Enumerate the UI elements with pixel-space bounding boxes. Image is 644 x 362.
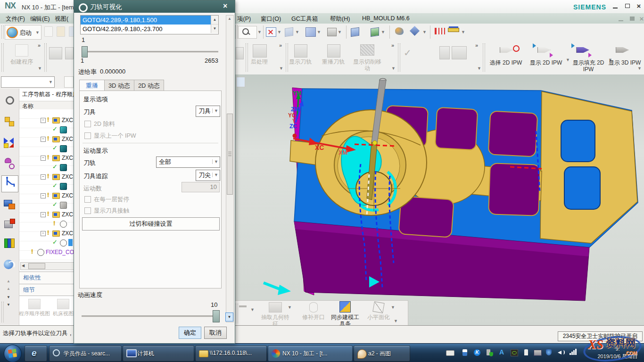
select-2d-ipw-label[interactable]: 选择 2D IPW bbox=[486, 59, 526, 66]
part-navigator-icon[interactable] bbox=[3, 156, 16, 170]
scrollbar-down-button[interactable]: ▼ bbox=[225, 313, 233, 321]
taskbar-clock[interactable]: 9: 2019/10/6 星期日 bbox=[593, 345, 642, 361]
replay-toolpath-label[interactable]: 重播刀轨 bbox=[320, 58, 347, 65]
tree-child-row[interactable]: ✓ bbox=[19, 181, 74, 191]
patch-openings-button[interactable]: 修补开口 bbox=[300, 302, 327, 321]
section-dependencies[interactable]: 相依性 bbox=[19, 272, 74, 283]
close-button[interactable]: × bbox=[634, 2, 644, 10]
partial-icon[interactable] bbox=[65, 47, 74, 59]
select-2d-ipw-icon[interactable] bbox=[500, 45, 513, 55]
start-orb[interactable] bbox=[4, 345, 22, 362]
selection-filter-combo[interactable]: ▼ bbox=[1, 76, 55, 88]
machine-tool-view-icon[interactable] bbox=[3, 218, 16, 231]
dialog-scrollbar[interactable]: ▲ ▼ bbox=[226, 15, 234, 322]
2d-removal-checkbox[interactable] bbox=[84, 121, 91, 127]
tree-group-row[interactable]: −!ZXC bbox=[19, 115, 74, 125]
goto-list-scrollbar[interactable]: ▲ ▼ bbox=[211, 16, 218, 33]
tab-2d-dynamic[interactable]: 2D 动态 bbox=[134, 80, 164, 91]
goto-line[interactable]: GOTO/42.289,-9.180,-23.700 bbox=[81, 25, 218, 33]
show-filled-2d-ipw-label[interactable]: 显示填充 2D IPW bbox=[569, 59, 608, 73]
partial-view-icon[interactable] bbox=[236, 77, 245, 87]
taskbar-search-window[interactable]: 学员作品 - searc... bbox=[49, 346, 122, 362]
ok-button[interactable]: 确定 bbox=[179, 327, 201, 339]
fit-view-icon[interactable] bbox=[266, 27, 276, 37]
web-browser-icon[interactable] bbox=[3, 258, 16, 272]
extract-geometry-button[interactable]: ▼ 抽取几何特征 bbox=[260, 302, 290, 327]
toolbar-grip[interactable] bbox=[1, 25, 4, 39]
tray-volume-icon[interactable] bbox=[557, 348, 565, 357]
tray-k-icon[interactable]: K bbox=[473, 348, 481, 357]
scrollbar-up-arrow[interactable]: ▲ bbox=[228, 16, 231, 21]
partial-icon[interactable] bbox=[239, 305, 247, 307]
tree-group-row[interactable]: −!ZXC bbox=[19, 191, 74, 200]
graphics-viewport[interactable]: YM ZM YC Y ZC XC XM bbox=[234, 74, 644, 325]
overflow-chevron[interactable]: » bbox=[38, 42, 41, 48]
menu-hb-mould[interactable]: HB_MOULD M6.6 bbox=[362, 15, 410, 22]
open-file-icon[interactable] bbox=[57, 26, 65, 37]
speed-slider-thumb[interactable] bbox=[213, 310, 220, 322]
tree-fixed-contour-row[interactable]: !FIXED_CO bbox=[19, 247, 74, 257]
gouge-collision-button[interactable]: 过切和碰撞设置 bbox=[82, 217, 220, 230]
show-3d-ipw-label[interactable]: 显示 3D IPW bbox=[607, 59, 642, 66]
show-2d-ipw-label[interactable]: 显示 2D IPW bbox=[527, 59, 565, 66]
snap-point-icon[interactable] bbox=[410, 26, 420, 36]
search-dropdown-arrow[interactable]: ▼ bbox=[257, 30, 262, 34]
menu-view[interactable]: 视图( bbox=[55, 15, 68, 23]
show-cut-moves-label[interactable]: 显示切削移动 bbox=[353, 58, 382, 72]
start-button[interactable]: 启动 ▼ bbox=[5, 25, 41, 40]
tree-group-row[interactable]: −!ZXC bbox=[19, 210, 74, 219]
shaded-view-icon[interactable] bbox=[285, 27, 293, 37]
resource-scroll-down2[interactable]: ▼ bbox=[7, 303, 10, 307]
verify-icon[interactable] bbox=[49, 47, 62, 59]
roles-gear-icon[interactable] bbox=[3, 93, 16, 107]
goto-list[interactable]: GOTO/42.289,-9.180,1.500 GOTO/42.289,-9.… bbox=[80, 15, 219, 34]
tree-group-row[interactable]: −!ZXC bbox=[19, 153, 74, 163]
scroll-left-arrow[interactable]: ◀ bbox=[22, 263, 25, 268]
constraint-navigator-icon[interactable] bbox=[3, 136, 16, 149]
position-slider-thumb[interactable] bbox=[82, 46, 88, 58]
scroll-up-arrow[interactable]: ▲ bbox=[211, 16, 218, 25]
resource-scroll-down[interactable]: ▼ bbox=[7, 295, 10, 299]
section-details[interactable]: 细节 bbox=[19, 284, 74, 296]
tray-usb-icon[interactable] bbox=[461, 348, 469, 357]
tree-group-row[interactable]: −!ZXC bbox=[19, 134, 74, 144]
name-column-header[interactable]: 名称 bbox=[19, 101, 74, 110]
collapse-toggle[interactable]: − bbox=[41, 118, 46, 123]
measure-icon[interactable] bbox=[448, 28, 459, 32]
show-previous-ipw-checkbox[interactable] bbox=[84, 132, 91, 139]
library-books-icon[interactable] bbox=[3, 237, 16, 250]
menu-file[interactable]: 文件(F) bbox=[6, 15, 25, 23]
show-toolpath-icon[interactable] bbox=[294, 44, 307, 58]
scroll-down-arrow[interactable]: ▼ bbox=[211, 25, 218, 33]
tree-horizontal-scrollbar[interactable]: ◀ bbox=[20, 262, 74, 270]
tree-child-row[interactable]: ✓ bbox=[19, 144, 74, 153]
menu-window[interactable]: 窗口(O) bbox=[261, 15, 281, 23]
tree-group-row[interactable]: −!ZXC bbox=[19, 172, 74, 181]
cancel-button[interactable]: 取消 bbox=[204, 327, 227, 339]
tree-child-row[interactable]: ✓ bbox=[19, 200, 74, 210]
machine-library-icon[interactable] bbox=[3, 198, 16, 211]
show-tool-contact-checkbox[interactable] bbox=[84, 207, 91, 214]
child-restore-button[interactable] bbox=[627, 15, 637, 23]
tree-group-row[interactable]: −!ZXC bbox=[19, 229, 74, 238]
tree-child-row[interactable]: ✓ bbox=[19, 125, 74, 134]
machine-view-button[interactable]: 机床视图 bbox=[53, 299, 74, 323]
tree-child-row[interactable]: ✓ bbox=[19, 163, 74, 172]
create-program-icon[interactable] bbox=[15, 44, 28, 57]
scrollbar-thumb[interactable] bbox=[227, 114, 233, 195]
speed-slider-track[interactable] bbox=[82, 315, 218, 317]
pause-each-layer-checkbox[interactable] bbox=[84, 196, 91, 203]
process-assistant-icon[interactable] bbox=[452, 46, 467, 59]
show-filled-2d-ipw-icon[interactable] bbox=[576, 45, 589, 55]
tray-plug-icon[interactable] bbox=[522, 348, 530, 357]
front-view-icon[interactable] bbox=[327, 28, 337, 36]
synchronous-modeling-button[interactable]: 同步建模工具条 bbox=[330, 301, 361, 327]
assembly-navigator-icon[interactable] bbox=[3, 115, 16, 128]
position-slider-track[interactable] bbox=[82, 51, 218, 53]
menu-preferences[interactable]: 项(P) bbox=[237, 15, 251, 23]
goto-line-selected[interactable]: GOTO/42.289,-9.180,1.500 bbox=[81, 16, 218, 25]
taskbar-ie-button[interactable]: e bbox=[25, 346, 47, 362]
tree-child-row-selected[interactable]: ✓ bbox=[19, 238, 74, 247]
path-dropdown[interactable]: 全部▼ bbox=[156, 156, 220, 168]
restore-button[interactable] bbox=[622, 2, 633, 10]
